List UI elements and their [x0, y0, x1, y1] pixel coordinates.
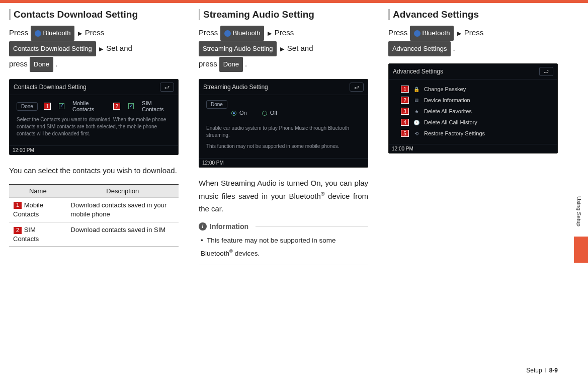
- screenshot-advanced-settings: Advanced Settings ⮐ 1🔒Change Passkey 2🖥D…: [388, 63, 558, 154]
- text: press: [9, 59, 28, 68]
- menu-delete-favorites[interactable]: Delete All Favorites: [424, 108, 472, 114]
- screen-title: Contacts Download Setting: [14, 84, 87, 91]
- arrow-icon: ▶: [98, 43, 104, 54]
- text: Press: [199, 28, 218, 37]
- callout-4: 4: [401, 119, 409, 126]
- radio-off-icon[interactable]: [262, 111, 267, 116]
- information-heading: i Information: [199, 222, 368, 231]
- callout-2: 2: [401, 97, 409, 104]
- menu-chip: Streaming Audio Setting: [199, 41, 277, 56]
- section-heading: Advanced Settings: [388, 9, 558, 20]
- clock: 12:00 PM: [199, 158, 368, 167]
- clock: 12:00 PM: [10, 145, 178, 155]
- info-bullet: • This feature may not be supported in s…: [199, 235, 368, 265]
- screen-title: Streaming Audio Setting: [203, 84, 268, 91]
- arrow-icon: ▶: [279, 43, 285, 54]
- back-icon: ⮐: [160, 83, 174, 92]
- device-icon: 🖥: [413, 97, 420, 104]
- instruction-text: Press Bluetooth ▶ Press Contacts Downloa…: [9, 25, 179, 72]
- callout-2: 2: [13, 226, 22, 235]
- callout-5: 5: [401, 130, 409, 137]
- side-color-block: [574, 237, 588, 263]
- page-footer: Setup I 8-9: [526, 367, 558, 374]
- screen-title: Advanced Settings: [393, 68, 443, 75]
- arrow-icon: ▶: [77, 28, 83, 39]
- option-mobile-contacts[interactable]: Mobile Contacts: [72, 100, 107, 112]
- screenshot-contacts-download: Contacts Download Setting ⮐ Done 1 Mobil…: [9, 79, 179, 155]
- footer-section: Setup: [526, 367, 542, 374]
- body-text: When Streaming Audio is turned On, you c…: [199, 177, 368, 215]
- instruction-text: Press Bluetooth ▶ Press Streaming Audio …: [199, 25, 368, 72]
- callout-1: 1: [44, 103, 51, 110]
- text: .: [55, 59, 57, 68]
- text: Set and: [106, 44, 132, 52]
- text: Press: [9, 28, 28, 37]
- table-header-name: Name: [9, 184, 67, 197]
- text: .: [453, 44, 455, 52]
- checkbox-icon[interactable]: [59, 103, 64, 109]
- info-icon: i: [199, 222, 207, 231]
- radio-on-icon[interactable]: [231, 111, 236, 116]
- section-heading: Streaming Audio Setting: [199, 9, 368, 20]
- callout-3: 3: [401, 108, 409, 115]
- menu-restore-factory[interactable]: Restore Factory Settings: [424, 130, 485, 136]
- done-button[interactable]: Done: [17, 102, 38, 111]
- bluetooth-chip: Bluetooth: [31, 26, 75, 41]
- menu-device-info[interactable]: Device Information: [424, 97, 470, 103]
- bluetooth-chip: Bluetooth: [220, 26, 265, 41]
- back-icon: ⮐: [539, 67, 553, 76]
- table-cell: Download contacts saved in SIM: [67, 222, 179, 247]
- instruction-text: Press Bluetooth ▶ Press Advanced Setting…: [388, 25, 558, 56]
- menu-chip: Contacts Download Setting: [9, 41, 96, 56]
- callout-1: 1: [401, 86, 409, 93]
- text: .: [245, 59, 247, 68]
- text: Press: [464, 28, 483, 37]
- arrow-icon: ▶: [456, 28, 462, 39]
- text: Press: [85, 28, 104, 37]
- screenshot-streaming-audio: Streaming Audio Setting ⮐ Done On Off En…: [199, 79, 368, 168]
- callout-2: 2: [113, 103, 120, 110]
- text: Set and: [287, 44, 313, 52]
- section-heading: Contacts Download Setting: [9, 9, 179, 20]
- info-title: Information: [210, 222, 248, 231]
- history-icon: 🕓: [413, 119, 420, 126]
- done-chip: Done: [30, 57, 53, 72]
- arrow-icon: ▶: [267, 28, 273, 39]
- restore-icon: ⟲: [413, 130, 420, 137]
- menu-chip: Advanced Settings: [388, 41, 451, 56]
- menu-change-passkey[interactable]: Change Passkey: [424, 86, 466, 92]
- legend-table: Name Description 1 Mobile Contacts Downl…: [9, 184, 179, 248]
- page-number: 8-9: [549, 367, 558, 374]
- body-text: You can select the contacts you wish to …: [9, 164, 179, 177]
- lock-icon: 🔒: [413, 86, 420, 93]
- text: Press: [388, 28, 407, 37]
- star-icon: ★: [413, 108, 420, 115]
- table-cell: Download contacts saved in your mobile p…: [67, 197, 179, 222]
- help-text: Select the Contacts you want to download…: [17, 116, 171, 137]
- table-header-desc: Description: [67, 184, 179, 197]
- option-sim-contacts[interactable]: SIM Contacts: [142, 100, 171, 112]
- bluetooth-chip: Bluetooth: [410, 26, 454, 41]
- help-text: Enable car audio system to play Phone Mu…: [206, 125, 361, 139]
- text: press: [199, 59, 217, 68]
- option-off[interactable]: Off: [270, 110, 277, 116]
- text: Press: [275, 28, 294, 37]
- done-button[interactable]: Done: [206, 100, 227, 109]
- side-label: Using Setup: [576, 196, 582, 226]
- option-on[interactable]: On: [239, 110, 247, 116]
- help-text: This function may not be supported in so…: [206, 143, 361, 150]
- clock: 12:00 PM: [389, 144, 557, 153]
- checkbox-icon[interactable]: [128, 103, 134, 109]
- side-tab: Using Setup: [570, 196, 588, 267]
- callout-1: 1: [13, 201, 22, 209]
- done-chip: Done: [219, 57, 243, 72]
- back-icon: ⮐: [350, 83, 364, 92]
- menu-delete-call-history[interactable]: Delete All Call History: [424, 119, 477, 125]
